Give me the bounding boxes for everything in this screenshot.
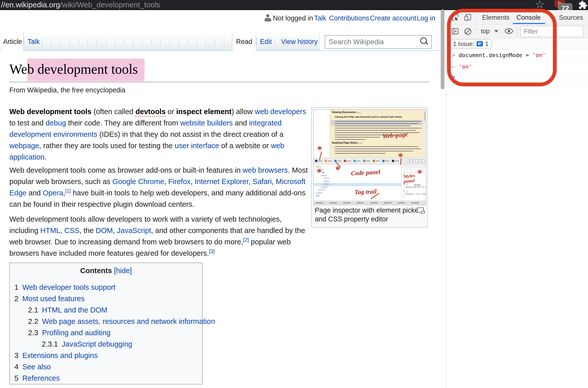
personal-link-log-in[interactable]: Log in	[417, 14, 435, 22]
toc-link[interactable]: HTML and the DOM	[42, 306, 107, 314]
toc-link[interactable]: Profiling and auditing	[42, 329, 110, 337]
toc-link[interactable]: Web page assets, resources and network i…	[42, 317, 215, 325]
wiki-link[interactable]: webpage	[9, 142, 39, 150]
toc-number: 1	[14, 283, 18, 291]
toc-link[interactable]: Extensions and plugins	[22, 351, 98, 359]
figure-thumbnail[interactable]: Viewing Documents [edit] Viewing the HTM…	[311, 107, 428, 228]
text-segment: . Most	[288, 166, 308, 174]
wiki-link[interactable]: Google Chrome	[112, 177, 164, 186]
wiki-link[interactable]: Firefox	[168, 177, 191, 186]
wiki-link[interactable]: debug	[46, 119, 66, 127]
toc-number: 2.1	[28, 306, 38, 314]
wiki-link[interactable]: web developers	[255, 108, 306, 116]
mock-toolbar	[314, 158, 426, 164]
wiki-link[interactable]: web browsers	[243, 166, 288, 174]
address-bar[interactable]: //en.wikipedia.org/wiki/Web_development_…	[1, 1, 160, 9]
figure-caption-line-2: and CSS property editor	[315, 215, 421, 224]
wiki-link[interactable]: DOM	[96, 226, 113, 235]
toc-item[interactable]: 5References	[10, 373, 202, 384]
mock-styles-text: li { margin-bottom: 0.1em; } li { displa…	[403, 183, 426, 198]
mock-scrollbar	[424, 110, 426, 158]
annotation-asterisk: *	[398, 154, 403, 159]
text-segment: web browser. Due to increasing demand fr…	[9, 238, 243, 246]
search-input[interactable]	[325, 35, 432, 49]
toc-hide-link[interactable]: [hide]	[112, 267, 132, 275]
text-segment: have built-in tools to help web develope…	[71, 189, 305, 197]
text-segment: and	[27, 189, 43, 197]
personal-link-contributions[interactable]: Contributions	[329, 14, 369, 22]
page-title: Web development tools	[9, 61, 145, 77]
reference-link[interactable]: [2]	[243, 237, 249, 243]
tabbar-bottom-border	[0, 50, 445, 51]
text-segment: ,	[113, 226, 117, 235]
wiki-link[interactable]: integrated	[249, 119, 282, 127]
text-segment: can be found in their respective plugin …	[9, 200, 194, 208]
wiki-link[interactable]: CSS	[64, 226, 80, 235]
tab-view-history[interactable]: View history	[281, 38, 318, 46]
toc-item[interactable]: 4See also	[10, 361, 202, 373]
toc-item[interactable]: 2.2Web page assets, resources and networ…	[10, 316, 202, 327]
toc-item[interactable]: 2.1HTML and the DOM	[10, 304, 202, 316]
wiki-link[interactable]: Internet Explorer	[195, 177, 248, 186]
text-segment: or	[166, 108, 176, 116]
tab-edit[interactable]: Edit	[260, 38, 272, 46]
text-segment: popular web	[249, 238, 291, 246]
devtools-divider[interactable]	[446, 10, 446, 388]
toc-link[interactable]: Web developer tools support	[22, 283, 115, 291]
wiki-link[interactable]: user interface	[175, 142, 219, 150]
tab-talk[interactable]: Talk	[28, 38, 40, 46]
wiki-link[interactable]: Microsoft	[276, 177, 305, 186]
enlarge-icon[interactable]	[417, 208, 424, 213]
table-of-contents: Contents [hide] 1Web developer tools sup…	[9, 263, 203, 384]
wiki-link[interactable]: Edge	[9, 189, 27, 197]
toc-item[interactable]: 1Web developer tools support	[10, 282, 202, 293]
toc-item[interactable]: 2.3Profiling and auditing	[10, 327, 202, 339]
reference-link[interactable]: [3]	[209, 248, 215, 254]
title-rule	[9, 82, 429, 82]
devtools-tab-sources[interactable]: Sources	[559, 14, 583, 21]
text-segment: Web development tools allow developers t…	[9, 215, 282, 223]
wiki-link[interactable]: JavaScript	[117, 226, 151, 235]
wiki-link[interactable]: HTML	[40, 226, 60, 235]
wiki-link[interactable]: web	[271, 142, 284, 150]
text-segment: browsers have included more features gea…	[9, 249, 209, 257]
inspector-screenshot-image[interactable]: Viewing Documents [edit] Viewing the HTM…	[313, 109, 426, 205]
site-subtitle: From Wikipedia, the free encyclopedia	[9, 86, 125, 94]
text-segment: and	[233, 119, 249, 127]
toc-link[interactable]: References	[22, 374, 60, 382]
tab-article[interactable]: Article	[3, 38, 22, 46]
search-icon[interactable]	[420, 37, 427, 44]
text-segment: (often called	[91, 108, 135, 116]
text-segment: , the	[79, 226, 96, 235]
reference-link[interactable]: [1]	[65, 188, 71, 194]
toc-link[interactable]: See also	[22, 363, 51, 371]
annotation-asterisk: *	[317, 147, 322, 152]
toc-link[interactable]: JavaScript debugging	[62, 340, 132, 348]
mock-styles-source-link: list.php:1	[414, 184, 421, 185]
not-logged-in-label: Not logged in	[273, 14, 313, 22]
wiki-link[interactable]: Safari	[252, 177, 272, 186]
tab-read[interactable]: Read	[236, 38, 252, 46]
personal-link-talk[interactable]: Talk	[314, 14, 326, 22]
toc-link[interactable]: Most used features	[22, 295, 85, 303]
wiki-link[interactable]: application	[9, 153, 44, 161]
toc-number: 4	[14, 363, 18, 371]
page-scrollbar-thumb[interactable]	[441, 9, 444, 89]
text-segment: popular web browsers, such as	[9, 177, 112, 186]
toc-item[interactable]: 2.3.1JavaScript debugging	[10, 339, 202, 350]
toc-item[interactable]: 2Most used features	[10, 293, 202, 304]
text-segment: ,	[272, 177, 276, 186]
toc-item[interactable]: 3Extensions and plugins	[10, 350, 202, 361]
text-segment: .	[44, 153, 46, 161]
paragraph-3: Web development tools allow developers t…	[9, 214, 305, 259]
red-annotation-oval	[447, 9, 556, 86]
text-segment: Web development tools come as browser ad…	[9, 166, 243, 174]
extensions-puzzle-icon[interactable]	[578, 0, 588, 10]
wiki-link[interactable]: Opera	[43, 189, 63, 197]
wiki-link[interactable]: website builders	[180, 119, 233, 127]
text-segment: inspect element	[176, 108, 231, 116]
wiki-link[interactable]: development environments	[9, 130, 97, 138]
text-segment: , and other components that are handled …	[151, 226, 305, 235]
personal-link-create-account[interactable]: Create account	[370, 14, 416, 22]
url-path: /wiki/Web_development_tools	[60, 1, 160, 9]
